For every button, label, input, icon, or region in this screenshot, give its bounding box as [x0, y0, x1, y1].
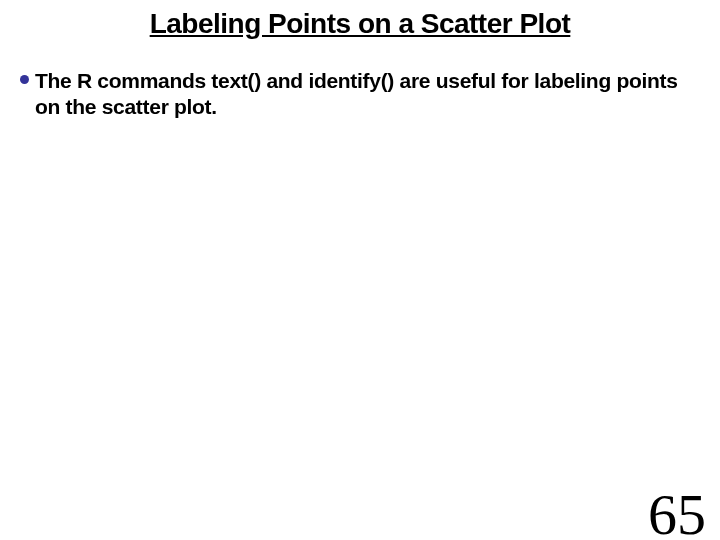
bullet-icon [20, 75, 29, 84]
page-number: 65 [648, 481, 706, 540]
bullet-item: The R commands text() and identify() are… [20, 68, 700, 121]
content-area: The R commands text() and identify() are… [0, 40, 720, 121]
page-title: Labeling Points on a Scatter Plot [0, 0, 720, 40]
bullet-text: The R commands text() and identify() are… [35, 68, 700, 121]
